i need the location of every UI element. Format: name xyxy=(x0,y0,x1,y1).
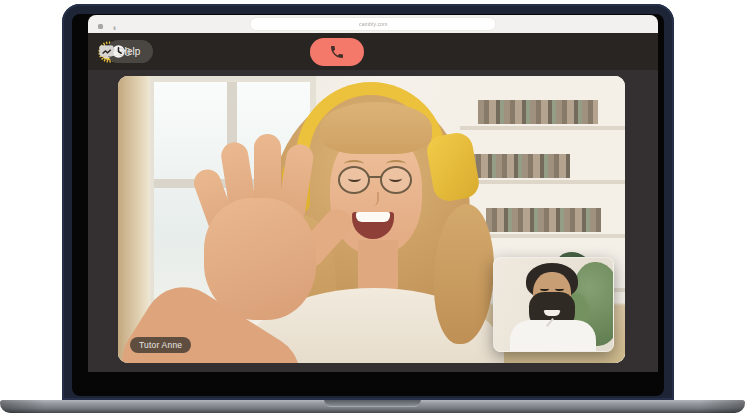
self-view-video[interactable] xyxy=(493,257,614,352)
laptop-screen-bezel: ‹ › cambly.com xyxy=(62,4,674,400)
screen-share-button[interactable] xyxy=(98,43,115,60)
forward-icon[interactable]: › xyxy=(113,24,116,33)
screen-share-icon xyxy=(98,43,115,60)
tutor-name-badge: Tutor Anne xyxy=(130,337,191,353)
video-stage: Tutor Anne xyxy=(88,70,658,372)
call-toolbar: Help 22:30 xyxy=(88,33,658,70)
end-call-button[interactable] xyxy=(310,38,364,66)
browser-window: ‹ › cambly.com xyxy=(88,15,658,372)
browser-chrome-bar: ‹ › cambly.com xyxy=(88,15,658,33)
screen-display: ‹ › cambly.com xyxy=(72,14,664,396)
tutor-name-label: Tutor Anne xyxy=(139,340,182,350)
tutor-video: Tutor Anne xyxy=(118,76,625,363)
laptop-lid-notch xyxy=(324,400,421,407)
end-call-phone-icon xyxy=(329,44,345,60)
address-bar[interactable]: cambly.com xyxy=(251,18,496,30)
laptop-base xyxy=(0,400,745,413)
url-text: cambly.com xyxy=(359,21,388,26)
laptop-mockup: ‹ › cambly.com xyxy=(0,0,745,415)
video-call-page: Help 22:30 xyxy=(88,33,658,372)
maximize-window-button[interactable] xyxy=(98,24,103,29)
waving-hand xyxy=(204,198,316,320)
